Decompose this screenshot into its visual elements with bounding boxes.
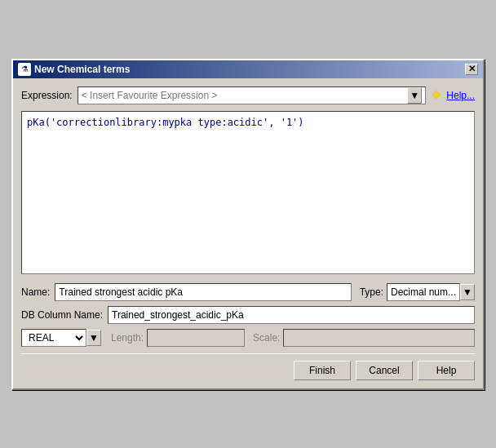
close-button[interactable]: ✕	[465, 64, 478, 75]
datatype-select[interactable]: REAL	[21, 329, 86, 347]
length-label: Length:	[111, 332, 144, 344]
expression-row: Expression: ▼ ✦ Help...	[21, 86, 475, 104]
type-dropdown-button[interactable]: ▼	[460, 284, 475, 300]
favourite-star-icon[interactable]: ✦	[431, 87, 441, 103]
divider	[21, 353, 475, 354]
db-column-label: DB Column Name:	[21, 309, 103, 321]
expression-label: Expression:	[21, 90, 73, 101]
window-icon: ⚗	[18, 63, 31, 76]
name-label: Name:	[21, 286, 50, 298]
cancel-button[interactable]: Cancel	[356, 361, 413, 380]
datatype-dropdown-button[interactable]: ▼	[86, 330, 101, 346]
window-body: Expression: ▼ ✦ Help... pKa('correctionl…	[13, 78, 483, 388]
finish-button[interactable]: Finish	[294, 361, 351, 380]
button-row: Finish Cancel Help	[21, 361, 475, 380]
help-link[interactable]: Help...	[446, 90, 475, 101]
db-column-row: DB Column Name:	[21, 306, 475, 324]
main-window: ⚗ New Chemical terms ✕ Expression: ▼ ✦ H…	[11, 59, 485, 390]
scale-label: Scale:	[253, 332, 280, 344]
length-input	[147, 329, 245, 347]
db-column-input[interactable]	[108, 306, 475, 324]
name-row: Name: Type: ▼	[21, 283, 475, 301]
expression-combo: ▼	[78, 86, 427, 104]
expression-dropdown-button[interactable]: ▼	[407, 87, 422, 104]
datatype-row: REAL ▼ Length: Scale:	[21, 329, 475, 347]
window-title: New Chemical terms	[34, 64, 130, 75]
title-bar: ⚗ New Chemical terms ✕	[13, 60, 483, 78]
name-input[interactable]	[55, 283, 351, 301]
expression-select[interactable]	[82, 90, 408, 101]
type-label: Type:	[360, 286, 383, 298]
help-button[interactable]: Help	[418, 361, 475, 380]
title-bar-left: ⚗ New Chemical terms	[18, 63, 130, 76]
scale-input	[283, 329, 475, 347]
datatype-combo: REAL ▼	[21, 329, 101, 347]
type-combo: ▼	[387, 283, 475, 301]
expression-editor[interactable]: pKa('correctionlibrary:mypka type:acidic…	[21, 111, 475, 274]
type-input[interactable]	[387, 283, 460, 301]
